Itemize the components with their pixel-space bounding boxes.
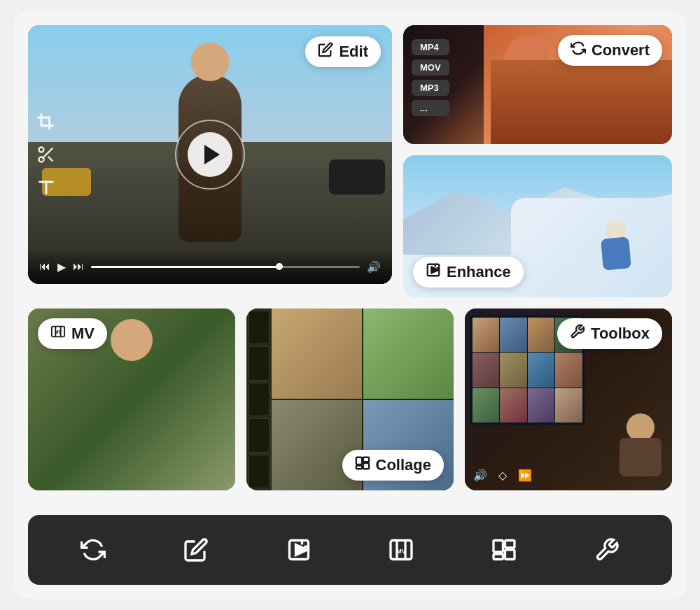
format-mov[interactable]: MOV	[412, 59, 449, 76]
app-container: ⏮ ▶ ⏭ 🔊 Edit	[14, 11, 686, 599]
convert-badge[interactable]: Convert	[558, 35, 662, 66]
bottom-nav: MV	[28, 515, 672, 585]
bottom-row: MV MV	[28, 308, 672, 490]
svg-rect-13	[363, 463, 368, 469]
video-controls: ⏮ ▶ ⏭ 🔊	[28, 249, 392, 284]
play-control-icon[interactable]: ▶	[57, 260, 66, 274]
format-mp3[interactable]: MP3	[412, 80, 449, 96]
mv-badge[interactable]: MV MV	[38, 318, 107, 349]
collage-badge-icon	[355, 455, 370, 475]
skip-back-icon[interactable]: ⏮	[39, 260, 50, 273]
svg-rect-12	[363, 458, 368, 462]
enhance-badge-icon	[426, 262, 441, 282]
mv-badge-icon: MV	[50, 324, 66, 343]
enhance-card[interactable]: Enhance	[403, 155, 672, 297]
svg-rect-23	[493, 541, 503, 553]
skip-forward-icon[interactable]: ⏭	[73, 260, 84, 273]
scissors-icon[interactable]	[36, 145, 56, 164]
svg-rect-24	[505, 541, 514, 548]
play-button[interactable]	[188, 132, 232, 177]
enhance-badge[interactable]: Enhance	[413, 257, 524, 288]
edit-badge-icon	[318, 42, 333, 62]
right-column: MP4 MOV MP3 ... Convert	[403, 25, 672, 297]
progress-fill	[91, 266, 279, 268]
edit-label: Edit	[339, 43, 368, 61]
enhance-label: Enhance	[447, 263, 511, 281]
collage-label: Collage	[376, 456, 431, 474]
svg-point-1	[39, 157, 44, 162]
format-list: MP4 MOV MP3 ...	[412, 39, 449, 116]
edit-toolbar	[36, 113, 56, 197]
main-grid: ⏮ ▶ ⏭ 🔊 Edit	[28, 25, 672, 504]
edit-card[interactable]: ⏮ ▶ ⏭ 🔊 Edit	[28, 25, 392, 284]
toolbox-bottom-icons: 🔊 ◇ ⏩	[473, 469, 532, 482]
svg-text:MV: MV	[397, 548, 407, 555]
mv-label: MV	[71, 325, 94, 343]
toolbox-badge[interactable]: Toolbox	[557, 318, 662, 349]
nav-toolbox[interactable]	[586, 529, 628, 571]
volume-plus-icon[interactable]: 🔊	[473, 469, 487, 482]
text-icon[interactable]	[36, 177, 56, 197]
progress-bar[interactable]	[91, 266, 360, 268]
convert-badge-icon	[570, 41, 586, 60]
svg-rect-26	[493, 554, 503, 560]
mv-card[interactable]: MV MV	[28, 308, 235, 490]
svg-line-3	[48, 157, 52, 161]
nav-convert[interactable]	[72, 529, 114, 571]
nav-collage[interactable]	[483, 529, 525, 571]
svg-rect-25	[505, 550, 514, 560]
nav-enhance[interactable]	[278, 529, 320, 571]
svg-rect-11	[356, 458, 361, 464]
nav-edit[interactable]	[175, 529, 217, 571]
format-mp4[interactable]: MP4	[412, 39, 449, 55]
crop-icon[interactable]	[36, 113, 56, 132]
svg-text:MV: MV	[55, 329, 62, 334]
fast-forward-icon[interactable]: ⏩	[518, 469, 532, 482]
collage-badge[interactable]: Collage	[342, 450, 444, 481]
nav-mv[interactable]: MV	[380, 529, 422, 571]
convert-card[interactable]: MP4 MOV MP3 ... Convert	[403, 25, 672, 144]
toolbox-label: Toolbox	[591, 325, 650, 343]
diamond-icon[interactable]: ◇	[498, 469, 507, 482]
toolbox-badge-icon	[570, 324, 585, 343]
convert-label: Convert	[592, 41, 650, 59]
volume-icon[interactable]: 🔊	[367, 260, 381, 274]
toolbox-card[interactable]: 🔊 ◇ ⏩ Toolbox	[465, 308, 672, 490]
format-more[interactable]: ...	[412, 100, 449, 116]
svg-rect-14	[356, 466, 361, 469]
edit-badge[interactable]: Edit	[305, 36, 381, 67]
svg-point-0	[39, 148, 44, 152]
progress-thumb	[276, 263, 283, 270]
collage-card[interactable]: Collage	[246, 308, 454, 490]
